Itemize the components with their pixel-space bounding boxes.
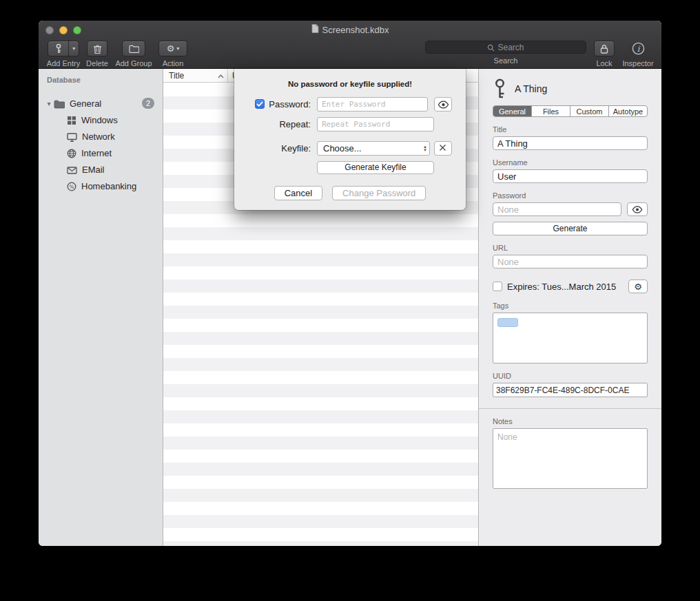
tab-autotype[interactable]: Autotype xyxy=(609,106,647,116)
cancel-button[interactable]: Cancel xyxy=(274,186,322,200)
stepper-down-icon: ▾ xyxy=(424,148,426,151)
tab-files[interactable]: Files xyxy=(532,106,570,116)
expires-settings-button[interactable]: ⚙ xyxy=(628,280,648,293)
toolbar-delete: Delete xyxy=(84,41,110,67)
sidebar-header: Database xyxy=(39,74,163,91)
sidebar-item-homebanking[interactable]: % Homebanking xyxy=(39,178,163,194)
zoom-button[interactable] xyxy=(73,26,81,34)
sidebar-item-email[interactable]: EMail xyxy=(39,161,163,178)
group-label: Network xyxy=(82,131,115,142)
tab-general[interactable]: General xyxy=(493,106,532,116)
entry-count-badge: 2 xyxy=(142,98,154,109)
tags-field-label: Tags xyxy=(493,302,648,310)
username-field[interactable] xyxy=(493,169,648,183)
keyfile-value: Choose... xyxy=(323,143,362,154)
toolbar-action: ⚙ ▾ Action xyxy=(157,41,189,67)
action-label: Action xyxy=(157,59,189,67)
group-tree: ▾ General 2 Windows xyxy=(39,91,163,194)
delete-label: Delete xyxy=(84,59,110,67)
lock-button[interactable] xyxy=(594,41,615,56)
dialog-password-input[interactable] xyxy=(317,97,428,112)
document-icon xyxy=(311,24,319,35)
toolbar-add-group: Add Group xyxy=(113,41,154,67)
url-field-label: URL xyxy=(493,244,648,252)
expires-label: Expires: Tues...March 2015 xyxy=(507,282,616,292)
sidebar-item-windows[interactable]: Windows xyxy=(39,112,163,128)
inspector-tabs: General Files Custom Autotype xyxy=(493,105,648,117)
folder-icon xyxy=(54,98,65,108)
dialog-reveal-password-button[interactable] xyxy=(434,97,452,112)
password-row: Password: xyxy=(248,96,452,112)
search-placeholder: Search xyxy=(497,43,524,52)
app-window: Screenshot.kdbx ▾ Add Entry xyxy=(39,21,661,546)
key-icon xyxy=(48,41,68,56)
password-label: Password: xyxy=(269,99,311,109)
add-entry-button[interactable]: ▾ xyxy=(48,41,79,56)
add-entry-dropdown-arrow-icon[interactable]: ▾ xyxy=(68,41,79,56)
gear-icon: ⚙ xyxy=(634,282,642,292)
keyfile-label: Keyfile: xyxy=(281,143,311,154)
generate-keyfile-button[interactable]: Generate Keyfile xyxy=(317,161,434,174)
password-checkbox[interactable] xyxy=(255,99,265,109)
sidebar: Database ▾ General 2 Windows xyxy=(39,69,163,546)
password-field-label: Password xyxy=(493,191,648,200)
tag-chip[interactable] xyxy=(497,318,518,327)
add-group-button[interactable] xyxy=(122,41,145,56)
notes-field-label: Notes xyxy=(493,417,648,425)
reveal-password-button[interactable] xyxy=(627,202,648,216)
lock-label: Lock xyxy=(593,59,615,67)
notes-field[interactable] xyxy=(493,428,648,489)
svg-text:%: % xyxy=(69,184,74,190)
window-header: Screenshot.kdbx ▾ Add Entry xyxy=(39,21,661,69)
sidebar-item-network[interactable]: Network xyxy=(39,128,163,145)
gear-icon: ⚙ xyxy=(167,44,175,53)
group-label: General xyxy=(70,98,101,109)
change-password-button[interactable]: Change Password xyxy=(332,186,426,200)
inspector-button[interactable]: i xyxy=(619,41,657,56)
sidebar-item-general[interactable]: ▾ General 2 xyxy=(39,95,163,112)
close-button[interactable] xyxy=(45,26,54,34)
keyfile-dropdown[interactable]: Choose... ▴ ▾ xyxy=(317,141,430,156)
search-input[interactable]: Search xyxy=(425,41,586,54)
dialog-message: No password or keyfile supplied! xyxy=(234,80,466,88)
tab-custom[interactable]: Custom xyxy=(570,106,609,116)
inspector-panel: A Thing General Files Custom Autotype Ti… xyxy=(479,69,661,546)
uuid-field-label: UUID xyxy=(493,372,648,380)
keyfile-clear-button[interactable] xyxy=(434,141,452,156)
envelope-icon xyxy=(67,165,77,175)
action-button[interactable]: ⚙ ▾ xyxy=(158,41,187,56)
add-group-label: Add Group xyxy=(113,59,154,67)
title-field[interactable] xyxy=(493,136,648,150)
uuid-field[interactable] xyxy=(493,383,648,397)
password-field[interactable] xyxy=(493,202,621,216)
generate-password-button[interactable]: Generate xyxy=(493,222,648,235)
toolbar-search: Search Search xyxy=(425,41,586,65)
info-icon: i xyxy=(632,42,645,55)
expires-checkbox[interactable] xyxy=(493,282,502,291)
delete-button[interactable] xyxy=(87,41,107,56)
monitor-icon xyxy=(67,131,77,141)
dialog-repeat-input[interactable] xyxy=(317,117,434,131)
group-label: Windows xyxy=(81,115,118,125)
group-label: Internet xyxy=(81,148,112,158)
eye-icon xyxy=(632,204,643,215)
action-dropdown-arrow-icon: ▾ xyxy=(176,45,179,52)
change-password-dialog: No password or keyfile supplied! Passwor… xyxy=(234,69,466,210)
lock-icon xyxy=(600,43,608,55)
titlebar[interactable]: Screenshot.kdbx xyxy=(39,21,661,39)
trash-icon xyxy=(93,43,102,55)
url-field[interactable] xyxy=(493,255,648,268)
eye-icon xyxy=(438,99,449,109)
folder-icon xyxy=(129,43,139,55)
expires-row: Expires: Tues...March 2015 ⚙ xyxy=(493,280,648,293)
toolbar-add-entry: ▾ Add Entry xyxy=(44,41,83,67)
inspector-label: Inspector xyxy=(619,59,657,67)
group-label: EMail xyxy=(82,165,105,175)
key-icon xyxy=(493,78,507,99)
tags-field[interactable] xyxy=(493,313,648,363)
sidebar-item-internet[interactable]: Internet xyxy=(39,145,163,161)
column-header-title[interactable]: Title xyxy=(163,69,228,82)
disclosure-triangle-icon[interactable]: ▾ xyxy=(44,100,54,107)
minimize-button[interactable] xyxy=(59,26,68,34)
repeat-row: Repeat: xyxy=(248,116,452,131)
